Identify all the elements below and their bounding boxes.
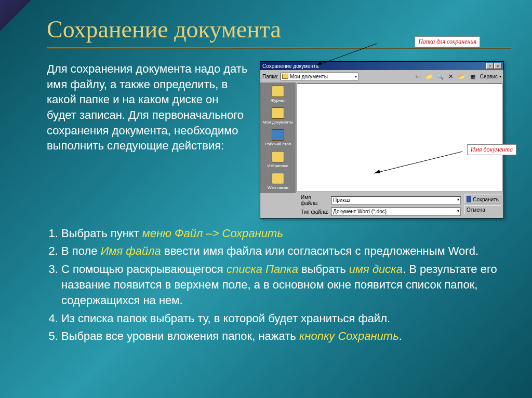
top-row: Для сохранения документа надо дать имя ф…: [47, 61, 511, 218]
text: С помощью раскрывающегося: [61, 263, 227, 276]
steps-list: Выбрать пункт меню Файл –> Сохранить В п…: [47, 226, 511, 345]
dialog-buttons: Сохранить Отмена: [464, 195, 501, 216]
dialog-body: Журнал Мои документы Рабочий стол И: [260, 83, 503, 193]
folder-value: Мои документы: [290, 74, 328, 79]
text: Выбрать пункт: [61, 227, 142, 240]
place-webfolders[interactable]: Web-папки: [261, 171, 295, 192]
place-label: Избранное: [268, 163, 289, 168]
dialog-title: Сохранение документа: [262, 63, 318, 69]
window-controls: ? ×: [486, 63, 501, 69]
toolbar-icons: ⇦ 📁 🔍 ✕ 📂 ▦ Сервис ▾: [414, 72, 501, 81]
text: В поле: [61, 244, 101, 257]
folder-combo[interactable]: Мои документы: [281, 73, 358, 80]
desktop-icon: [272, 129, 284, 141]
place-mydocs[interactable]: Мои документы: [261, 105, 295, 127]
filetype-label: Тип файла:: [301, 209, 329, 215]
cancel-button[interactable]: Отмена: [464, 205, 501, 214]
text: выбрать: [298, 263, 349, 276]
place-desktop[interactable]: Рабочий стол: [261, 127, 295, 148]
save-dialog: Сохранение документа ? × Папка: Мои доку…: [260, 61, 504, 218]
dialog-bottom: Имя файла: Приказ Тип файла: Документ Wo…: [260, 193, 503, 218]
new-folder-icon[interactable]: 📂: [457, 72, 467, 81]
folder-label: Папка:: [262, 74, 278, 79]
list-item: Выбрать пункт меню Файл –> Сохранить: [61, 226, 511, 241]
dialog-titlebar: Сохранение документа ? ×: [260, 62, 503, 70]
highlight: списка Папка: [227, 263, 298, 276]
filetype-value: Документ Word (*.doc): [333, 209, 387, 214]
filename-value: Приказ: [333, 197, 350, 203]
dialog-toolbar: Папка: Мои документы ⇦ 📁 🔍 ✕ 📂 ▦ Сервис …: [260, 70, 503, 83]
up-folder-icon[interactable]: 📁: [424, 72, 434, 81]
dialog-container: Папка для сохранения Имя документа Сохра…: [260, 61, 511, 218]
text: ввести имя файла или согласиться с предл…: [161, 244, 478, 257]
delete-icon[interactable]: ✕: [446, 72, 456, 81]
save-icon: [467, 196, 471, 202]
close-button[interactable]: ×: [494, 63, 501, 69]
list-item: Выбрав все уровни вложения папок, нажать…: [61, 328, 511, 344]
mydocs-icon: [272, 107, 284, 119]
search-icon[interactable]: 🔍: [435, 72, 445, 81]
place-journal[interactable]: Журнал: [261, 84, 295, 105]
text: .: [399, 330, 402, 342]
text: Выбрав все уровни вложения папок, нажать: [61, 330, 299, 342]
journal-icon: [272, 86, 284, 97]
webfolders-icon: [272, 173, 284, 184]
save-button[interactable]: Сохранить: [464, 195, 501, 204]
back-icon[interactable]: ⇦: [414, 72, 423, 81]
list-item: В поле Имя файла ввести имя файла или со…: [61, 243, 511, 259]
cancel-button-label: Отмена: [467, 207, 485, 213]
place-label: Журнал: [270, 98, 285, 103]
help-button[interactable]: ?: [486, 63, 494, 69]
service-label[interactable]: Сервис: [480, 74, 498, 79]
filename-row: Имя файла: Приказ: [301, 195, 461, 206]
callout-docname: Имя документа: [467, 144, 516, 155]
place-label: Мои документы: [263, 120, 293, 125]
favorites-icon: [272, 151, 284, 162]
place-label: Рабочий стол: [265, 142, 291, 146]
highlight: имя диска: [349, 263, 403, 276]
filename-input[interactable]: Приказ: [331, 196, 461, 204]
places-bar: Журнал Мои документы Рабочий стол И: [260, 83, 296, 193]
filetype-row: Тип файла: Документ Word (*.doc): [301, 208, 461, 216]
place-label: Web-папки: [268, 185, 288, 190]
bottom-fields: Имя файла: Приказ Тип файла: Документ Wo…: [301, 195, 461, 216]
place-favorites[interactable]: Избранное: [261, 149, 295, 170]
folder-icon: [282, 74, 288, 79]
slide-content: Сохранение документа Для сохранения доку…: [0, 0, 532, 362]
callout-folder: Папка для сохранения: [415, 36, 480, 47]
highlight: меню Файл –> Сохранить: [142, 227, 283, 240]
views-icon[interactable]: ▦: [468, 72, 477, 81]
list-item: Из списка папок выбрать ту, в которой бу…: [61, 311, 511, 326]
title-underline: [47, 47, 511, 49]
intro-text: Для сохранения документа надо дать имя ф…: [47, 61, 249, 218]
list-item: С помощью раскрывающегося списка Папка в…: [61, 262, 511, 309]
file-list-pane[interactable]: [297, 84, 502, 192]
highlight: кнопку Сохранить: [299, 330, 399, 342]
highlight: Имя файла: [101, 244, 161, 257]
filetype-combo[interactable]: Документ Word (*.doc): [331, 208, 461, 216]
save-button-label: Сохранить: [473, 197, 499, 202]
chevron-down-icon: ▾: [499, 74, 501, 79]
filename-label: Имя файла:: [301, 195, 329, 206]
